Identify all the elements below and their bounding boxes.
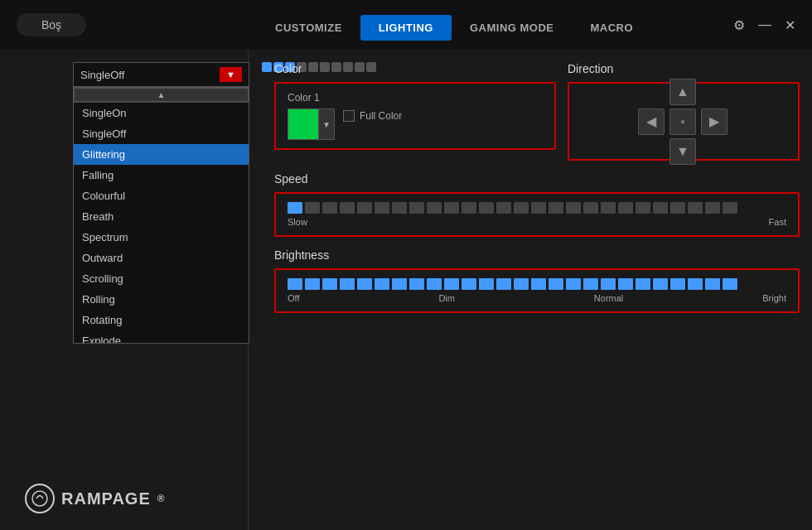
tab-macro[interactable]: MACRO bbox=[573, 15, 652, 41]
brightness-segments[interactable] bbox=[288, 278, 786, 290]
bright-seg-14 bbox=[514, 278, 529, 290]
speed-h-seg-7 bbox=[392, 202, 407, 214]
color-row: Color 1 ▼ Full Color bbox=[288, 92, 543, 140]
dropdown-item-glittering[interactable]: Glittering bbox=[74, 144, 249, 165]
speed-h-seg-10 bbox=[444, 202, 459, 214]
dropdown-item-singleon[interactable]: SingleOn bbox=[74, 103, 249, 123]
dir-down-button[interactable]: ▼ bbox=[669, 138, 696, 165]
brightness-title: Brightness bbox=[274, 248, 800, 262]
speed-title: Speed bbox=[274, 172, 800, 186]
full-color-checkbox-container: Full Color bbox=[343, 110, 402, 122]
speed-h-seg-11 bbox=[462, 202, 476, 214]
brand-name: RAMPAGE bbox=[61, 489, 151, 508]
title-bar-left: Boş bbox=[17, 13, 86, 36]
speed-slow-label: Slow bbox=[288, 217, 307, 227]
color-swatch-dropdown[interactable]: ▼ bbox=[319, 108, 335, 140]
speed-h-seg-26 bbox=[723, 202, 737, 214]
direction-panel-box: ▲ ◀ ● ▶ ▼ bbox=[568, 82, 800, 161]
nav-tabs: CUSTOMIZE LIGHTING GAMING MODE MACRO bbox=[257, 15, 651, 41]
bright-seg-26 bbox=[723, 278, 737, 290]
bright-seg-3 bbox=[322, 278, 337, 290]
speed-h-seg-17 bbox=[566, 202, 581, 214]
direction-arrows-grid: ▲ ◀ ● ▶ ▼ bbox=[638, 79, 729, 165]
dropdown-item-falling[interactable]: Falling bbox=[74, 165, 249, 186]
bright-seg-5 bbox=[357, 278, 372, 290]
full-color-checkbox[interactable] bbox=[343, 110, 355, 122]
bright-seg-6 bbox=[375, 278, 389, 290]
bright-seg-22 bbox=[653, 278, 668, 290]
dropdown-item-singleoff[interactable]: SingleOff bbox=[74, 123, 249, 144]
bright-seg-13 bbox=[496, 278, 511, 290]
speed-h-seg-6 bbox=[375, 202, 389, 214]
tab-lighting[interactable]: LIGHTING bbox=[360, 15, 452, 41]
color-direction-row: Color Color 1 ▼ Full Color bbox=[274, 62, 800, 172]
speed-h-seg-4 bbox=[340, 202, 355, 214]
bright-seg-19 bbox=[601, 278, 616, 290]
minimize-button[interactable]: — bbox=[758, 17, 771, 32]
speed-h-seg-21 bbox=[636, 202, 650, 214]
bright-seg-2 bbox=[305, 278, 320, 290]
speed-panel-box: Slow Fast bbox=[274, 192, 800, 237]
bright-seg-18 bbox=[583, 278, 598, 290]
brightness-dim-label: Dim bbox=[438, 293, 455, 303]
bright-seg-21 bbox=[636, 278, 650, 290]
bright-seg-20 bbox=[618, 278, 633, 290]
dropdown-item-scrolling[interactable]: Scrolling bbox=[74, 268, 249, 289]
dropdown-item-rotating[interactable]: Rotating bbox=[74, 310, 249, 330]
bright-seg-15 bbox=[531, 278, 546, 290]
tab-customize[interactable]: CUSTOMIZE bbox=[257, 15, 360, 41]
dir-center-button[interactable]: ● bbox=[669, 108, 696, 135]
color-swatch[interactable] bbox=[288, 108, 319, 140]
direction-section: Direction ▲ ◀ ● ▶ ▼ bbox=[568, 62, 800, 161]
bright-seg-8 bbox=[409, 278, 424, 290]
dropdown-list[interactable]: ▲ SingleOn SingleOff Glittering Falling … bbox=[73, 87, 249, 344]
speed-h-seg-19 bbox=[601, 202, 616, 214]
speed-h-seg-12 bbox=[479, 202, 494, 214]
bright-seg-10 bbox=[444, 278, 459, 290]
dir-right-button[interactable]: ▶ bbox=[701, 108, 727, 135]
brightness-section: Brightness bbox=[274, 248, 800, 313]
speed-segments[interactable] bbox=[288, 202, 786, 214]
speed-h-seg-16 bbox=[549, 202, 563, 214]
speed-h-seg-2 bbox=[305, 202, 320, 214]
dir-up-button[interactable]: ▲ bbox=[669, 79, 696, 105]
scroll-up-button[interactable]: ▲ bbox=[74, 88, 249, 102]
settings-button[interactable]: ⚙ bbox=[733, 17, 745, 33]
trademark: ® bbox=[157, 493, 166, 504]
speed-h-seg-15 bbox=[531, 202, 546, 214]
bright-seg-9 bbox=[427, 278, 442, 290]
rampage-logo: RAMPAGE® bbox=[25, 484, 166, 513]
dropdown-selected[interactable]: SingleOff ▼ bbox=[73, 62, 249, 87]
color-section: Color Color 1 ▼ Full Color bbox=[274, 62, 556, 161]
close-button[interactable]: ✕ bbox=[785, 17, 795, 33]
dropdown-item-colourful[interactable]: Colourful bbox=[74, 186, 249, 206]
dir-empty-br bbox=[701, 138, 727, 165]
speed-h-seg-22 bbox=[653, 202, 668, 214]
dropdown-item-rolling[interactable]: Rolling bbox=[74, 289, 249, 310]
tab-gaming-mode[interactable]: GAMING MODE bbox=[452, 15, 573, 41]
speed-h-seg-3 bbox=[322, 202, 337, 214]
dropdown-item-explode[interactable]: Explode bbox=[74, 330, 249, 344]
speed-h-seg-1 bbox=[288, 202, 302, 214]
bright-seg-23 bbox=[670, 278, 685, 290]
speed-fast-label: Fast bbox=[769, 217, 786, 227]
speed-h-seg-25 bbox=[705, 202, 720, 214]
title-bar-controls: ⚙ — ✕ bbox=[733, 17, 795, 33]
bright-seg-12 bbox=[479, 278, 494, 290]
dir-empty-tr bbox=[701, 79, 727, 105]
dropdown-item-spectrum[interactable]: Spectrum bbox=[74, 227, 249, 248]
brightness-labels: Off Dim Normal Bright bbox=[288, 293, 786, 303]
bright-seg-17 bbox=[566, 278, 581, 290]
dropdown-item-outward[interactable]: Outward bbox=[74, 248, 249, 268]
dir-left-button[interactable]: ◀ bbox=[638, 108, 665, 135]
direction-title: Direction bbox=[568, 62, 800, 75]
main-content: Color Color 1 ▼ Full Color bbox=[262, 50, 812, 530]
brightness-off-label: Off bbox=[288, 293, 299, 303]
bright-seg-25 bbox=[705, 278, 720, 290]
dropdown-item-breath[interactable]: Breath bbox=[74, 206, 249, 227]
window-title: Boş bbox=[17, 13, 86, 36]
speed-h-seg-5 bbox=[357, 202, 372, 214]
color1-label: Color 1 bbox=[288, 92, 335, 104]
dropdown-arrow-icon[interactable]: ▼ bbox=[220, 67, 242, 82]
speed-h-seg-14 bbox=[514, 202, 529, 214]
